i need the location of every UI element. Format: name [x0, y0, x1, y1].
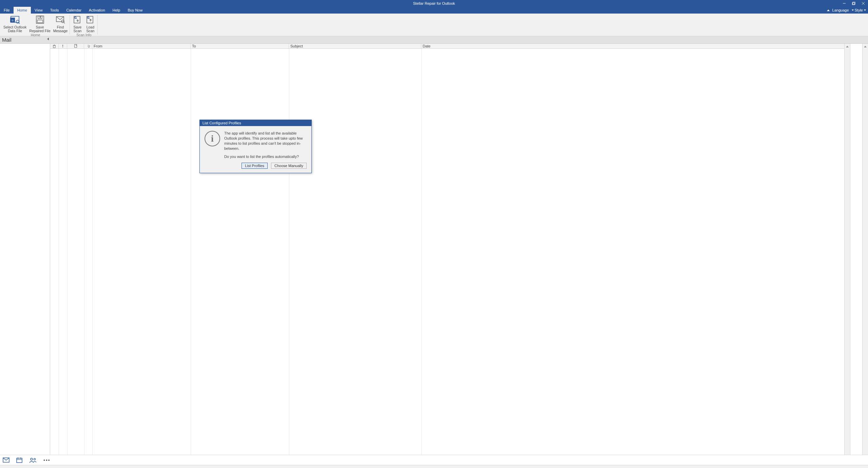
- dialog-message-line1: The app will identify and list all the a…: [224, 131, 307, 151]
- info-icon: i: [205, 131, 220, 146]
- choose-manually-button[interactable]: Choose Manually: [271, 163, 307, 169]
- list-profiles-dialog: List Configured Profiles i The app will …: [199, 120, 312, 173]
- dialog-overlay: List Configured Profiles i The app will …: [0, 0, 868, 468]
- dialog-title: List Configured Profiles: [200, 120, 311, 126]
- dialog-message-line2: Do you want to list the profiles automat…: [224, 154, 307, 159]
- dialog-message: The app will identify and list all the a…: [224, 131, 307, 169]
- list-profiles-button[interactable]: List Profiles: [242, 163, 268, 169]
